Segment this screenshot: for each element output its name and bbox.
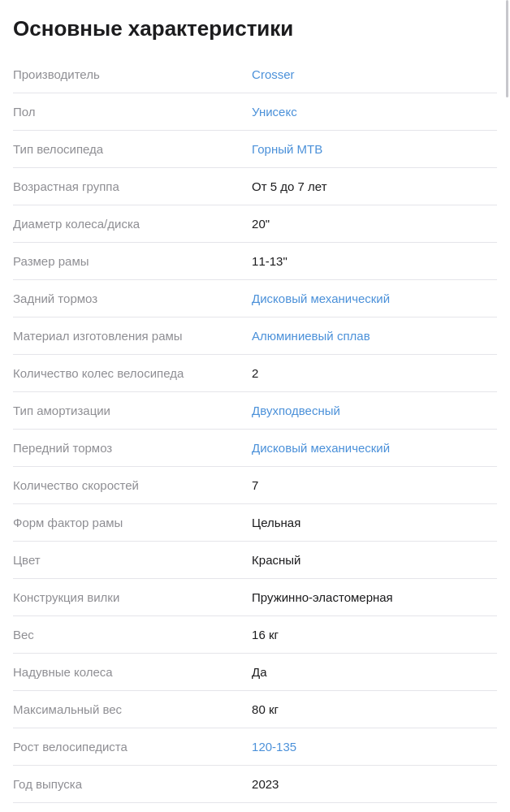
- table-row: Передний тормозДисковый механический: [13, 430, 497, 467]
- table-row: Диаметр колеса/диска20": [13, 205, 497, 243]
- spec-value: Цельная: [245, 504, 497, 542]
- spec-label: Количество колес велосипеда: [13, 355, 245, 392]
- spec-value[interactable]: 120-135: [245, 728, 497, 766]
- page-title: Основные характеристики: [13, 16, 497, 41]
- table-row: Конструкция вилкиПружинно-эластомерная: [13, 579, 497, 616]
- spec-label: Размер рамы: [13, 243, 245, 280]
- table-row: Рост велосипедиста120-135: [13, 728, 497, 766]
- spec-label: Надувные колеса: [13, 654, 245, 691]
- spec-value: 7: [245, 467, 497, 504]
- spec-value: 80 кг: [245, 691, 497, 728]
- spec-value: 2023: [245, 766, 497, 803]
- spec-label: Возрастная группа: [13, 168, 245, 205]
- spec-label: Вес: [13, 616, 245, 654]
- spec-value[interactable]: Дисковый механический: [245, 280, 497, 317]
- spec-label: Материал изготовления рамы: [13, 317, 245, 355]
- spec-label: Год выпуска: [13, 766, 245, 803]
- table-row: Год выпуска2023: [13, 766, 497, 803]
- spec-label: Пол: [13, 93, 245, 131]
- table-row: ЦветКрасный: [13, 542, 497, 579]
- spec-label: Тип амортизации: [13, 392, 245, 430]
- spec-label: Задний тормоз: [13, 280, 245, 317]
- spec-value[interactable]: Унисекс: [245, 93, 497, 131]
- spec-value: От 5 до 7 лет: [245, 168, 497, 205]
- table-row: Тип велосипедаГорный МТВ: [13, 131, 497, 168]
- scrollbar-thumb: [506, 0, 508, 97]
- spec-value: 11-13": [245, 243, 497, 280]
- table-row: Тип амортизацииДвухподвесный: [13, 392, 497, 430]
- spec-value: Красный: [245, 542, 497, 579]
- table-row: Размер рамы11-13": [13, 243, 497, 280]
- table-row: Количество скоростей7: [13, 467, 497, 504]
- spec-label: Рост велосипедиста: [13, 728, 245, 766]
- spec-value: 20": [245, 205, 497, 243]
- table-row: Максимальный вес80 кг: [13, 691, 497, 728]
- spec-label: Форм фактор рамы: [13, 504, 245, 542]
- table-row: ПолУнисекс: [13, 93, 497, 131]
- spec-label: Состояние: [13, 803, 245, 813]
- table-row: Возрастная группаОт 5 до 7 лет: [13, 168, 497, 205]
- spec-value: 2: [245, 355, 497, 392]
- specs-table: ПроизводительCrosserПолУнисексТип велоси…: [13, 56, 497, 812]
- spec-label: Производитель: [13, 56, 245, 93]
- spec-value[interactable]: Новое: [245, 803, 497, 813]
- spec-label: Диаметр колеса/диска: [13, 205, 245, 243]
- table-row: ПроизводительCrosser: [13, 56, 497, 93]
- spec-label: Тип велосипеда: [13, 131, 245, 168]
- spec-value[interactable]: Дисковый механический: [245, 430, 497, 467]
- spec-label: Максимальный вес: [13, 691, 245, 728]
- table-row: Вес16 кг: [13, 616, 497, 654]
- spec-value[interactable]: Crosser: [245, 56, 497, 93]
- spec-label: Передний тормоз: [13, 430, 245, 467]
- scrollbar-track[interactable]: [505, 0, 508, 812]
- table-row: СостояниеНовое: [13, 803, 497, 813]
- spec-value[interactable]: Горный МТВ: [245, 131, 497, 168]
- table-row: Материал изготовления рамыАлюминиевый сп…: [13, 317, 497, 355]
- table-row: Форм фактор рамыЦельная: [13, 504, 497, 542]
- specs-body: ПроизводительCrosserПолУнисексТип велоси…: [13, 56, 497, 812]
- spec-value: 16 кг: [245, 616, 497, 654]
- spec-value: Пружинно-эластомерная: [245, 579, 497, 616]
- table-row: Количество колес велосипеда2: [13, 355, 497, 392]
- spec-label: Цвет: [13, 542, 245, 579]
- spec-label: Количество скоростей: [13, 467, 245, 504]
- spec-label: Конструкция вилки: [13, 579, 245, 616]
- page-container: Основные характеристики ПроизводительCro…: [0, 0, 510, 812]
- spec-value[interactable]: Двухподвесный: [245, 392, 497, 430]
- table-row: Надувные колесаДа: [13, 654, 497, 691]
- spec-value: Да: [245, 654, 497, 691]
- spec-value[interactable]: Алюминиевый сплав: [245, 317, 497, 355]
- table-row: Задний тормозДисковый механический: [13, 280, 497, 317]
